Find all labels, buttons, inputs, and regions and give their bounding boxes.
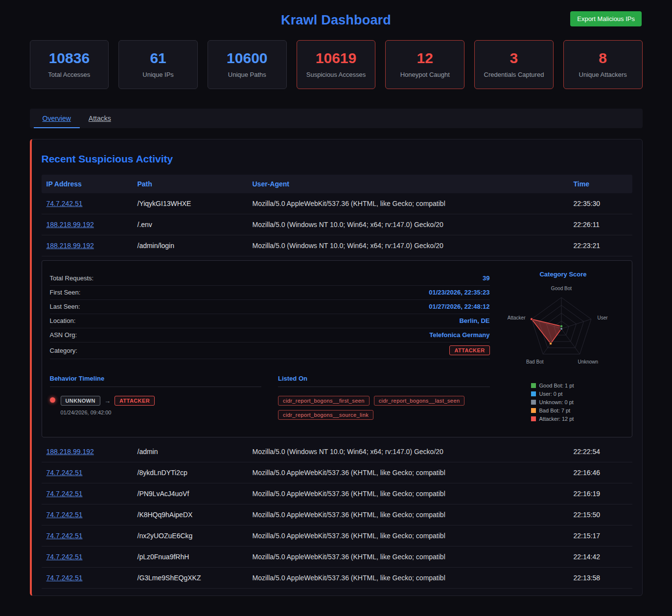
category-score-panel: Category Score Good BotUserUnknownBad Bo…	[503, 269, 624, 424]
timeline-timestamp: 01/24/2026, 09:42:00	[61, 410, 155, 415]
listed-on-badge[interactable]: cidr_report_bogons__last_seen	[374, 396, 465, 406]
table-row[interactable]: 74.7.242.51 /nx2yUOZuE6Ckg Mozilla/5.0 A…	[42, 525, 632, 547]
stat-label: Unique IPs	[123, 71, 193, 78]
legend-label: Unknown: 0 pt	[539, 399, 574, 405]
svg-text:Bad Bot: Bad Bot	[526, 359, 543, 365]
row-ip-link[interactable]: 74.7.242.51	[46, 532, 83, 540]
export-malicious-ips-button[interactable]: Export Malicious IPs	[570, 11, 642, 26]
tabs-bar: Overview Attacks	[30, 109, 643, 128]
legend-label: User: 0 pt	[539, 391, 563, 397]
row-path: /nx2yUOZuE6Ckg	[138, 532, 253, 540]
listed-on-title: Listed On	[278, 375, 490, 382]
stat-card: 61 Unique IPs	[118, 40, 198, 89]
row-time: 22:15:17	[574, 532, 627, 540]
row-path: /admin	[138, 448, 253, 456]
row-ip-link[interactable]: 188.218.99.192	[46, 221, 94, 228]
timeline-to-badge: ATTACKER	[115, 396, 155, 406]
legend-swatch	[531, 416, 536, 421]
legend-swatch	[531, 400, 536, 405]
row-ip-link[interactable]: 74.7.242.51	[46, 200, 83, 207]
row-time: 22:15:50	[574, 511, 627, 519]
column-header-time: Time	[574, 180, 627, 188]
ip-detail-fields: Total Requests: 39 First Seen: 01/23/202…	[50, 272, 490, 342]
legend-item: User: 0 pt	[531, 391, 624, 397]
arrow-right-icon: →	[104, 397, 111, 405]
stat-value: 10600	[212, 50, 282, 67]
column-header-ip: IP Address	[46, 180, 138, 188]
table-header-row: IP Address Path User-Agent Time	[42, 175, 632, 193]
radar-chart: Good BotUserUnknownBad BotAttacker	[503, 279, 620, 377]
legend-item: Bad Bot: 7 pt	[531, 408, 624, 413]
legend-label: Good Bot: 1 pt	[539, 383, 574, 388]
tab-overview[interactable]: Overview	[34, 109, 80, 128]
row-ip-link[interactable]: 188.218.99.192	[46, 242, 94, 250]
legend-label: Bad Bot: 7 pt	[539, 408, 571, 413]
activity-panel: Recent Suspicious Activity IP Address Pa…	[30, 139, 643, 596]
detail-field-label: ASN Org:	[50, 331, 77, 339]
stat-label: Unique Paths	[212, 71, 282, 78]
row-ip-link[interactable]: 74.7.242.51	[46, 469, 83, 477]
row-time: 22:26:11	[574, 221, 627, 228]
row-ip-link[interactable]: 74.7.242.51	[46, 553, 83, 561]
row-user-agent: Mozilla/5.0 AppleWebKit/537.36 (KHTML, l…	[253, 532, 574, 540]
page-title: Krawl Dashboard	[281, 13, 391, 28]
table-row[interactable]: 74.7.242.51 /8ykdLnDYTi2cp Mozilla/5.0 A…	[42, 462, 632, 483]
detail-field-label: Last Seen:	[50, 303, 80, 310]
chart-legend: Good Bot: 1 pt User: 0 pt Unknown: 0 pt …	[531, 383, 624, 422]
page-header: Krawl Dashboard Export Malicious IPs	[0, 0, 672, 40]
stat-label: Credentials Captured	[479, 71, 549, 78]
legend-item: Unknown: 0 pt	[531, 399, 624, 405]
row-path: /PN9LvAcJ4uoVf	[138, 490, 253, 498]
svg-text:Unknown: Unknown	[578, 359, 598, 365]
ip-detail-panel: Total Requests: 39 First Seen: 01/23/202…	[42, 260, 632, 437]
row-ip-link[interactable]: 74.7.242.51	[46, 574, 83, 582]
behavior-timeline-title: Behavior Timeline	[50, 375, 262, 382]
table-row[interactable]: 74.7.242.51 /pLz0Fnua9fRhH Mozilla/5.0 A…	[42, 547, 632, 568]
panel-title: Recent Suspicious Activity	[42, 153, 632, 165]
listed-on-badge[interactable]: cidr_report_bogons__source_link	[278, 410, 373, 420]
stat-value: 8	[568, 50, 638, 67]
table-row[interactable]: 74.7.242.51 /K8HQq9hAipeDX Mozilla/5.0 A…	[42, 504, 632, 525]
chart-title: Category Score	[503, 271, 624, 278]
legend-label: Attacker: 12 pt	[539, 416, 574, 422]
section-divider	[278, 387, 490, 387]
row-ip-link[interactable]: 188.218.99.192	[46, 448, 94, 456]
behavior-timeline-section: Behavior Timeline UNKNOWN → ATTACKER	[50, 375, 262, 420]
table-row[interactable]: 74.7.242.51 /G3Lme9ShEQgXKZ Mozilla/5.0 …	[42, 568, 632, 589]
row-ip-link[interactable]: 74.7.242.51	[46, 511, 83, 519]
listed-on-badge[interactable]: cidr_report_bogons__first_seen	[278, 396, 370, 406]
table-row[interactable]: 74.7.242.51 /PN9LvAcJ4uoVf Mozilla/5.0 A…	[42, 483, 632, 504]
timeline-dot-icon	[50, 397, 55, 403]
detail-field-row: Total Requests: 39	[50, 272, 490, 286]
category-row: Category: ATTACKER	[50, 342, 490, 359]
svg-text:Good Bot: Good Bot	[551, 286, 571, 291]
timeline-from-badge: UNKNOWN	[61, 396, 100, 406]
row-time: 22:23:21	[574, 242, 627, 250]
table-row[interactable]: 188.218.99.192 /.env Mozilla/5.0 (Window…	[42, 214, 632, 235]
detail-field-value: 01/23/2026, 22:35:23	[429, 289, 489, 296]
stat-value: 12	[390, 50, 460, 67]
detail-field-row: Location: Berlin, DE	[50, 314, 490, 328]
row-ip-link[interactable]: 74.7.242.51	[46, 490, 83, 498]
row-path: /.env	[138, 221, 253, 228]
stat-label: Total Accesses	[34, 71, 105, 78]
legend-swatch	[531, 391, 536, 396]
detail-field-row: First Seen: 01/23/2026, 22:35:23	[50, 286, 490, 300]
row-path: /pLz0Fnua9fRhH	[138, 553, 253, 561]
table-row[interactable]: 74.7.242.51 /YiqykGI13WHXE Mozilla/5.0 A…	[42, 193, 632, 214]
row-time: 22:16:46	[574, 469, 627, 477]
tab-attacks[interactable]: Attacks	[80, 109, 120, 128]
row-user-agent: Mozilla/5.0 AppleWebKit/537.36 (KHTML, l…	[253, 490, 574, 498]
table-row[interactable]: 188.218.99.192 /admin/login Mozilla/5.0 …	[42, 235, 632, 256]
stat-card: 10836 Total Accesses	[30, 40, 109, 89]
row-path: /G3Lme9ShEQgXKZ	[138, 574, 253, 582]
table-row[interactable]: 188.218.99.192 /admin Mozilla/5.0 (Windo…	[42, 441, 632, 462]
stats-row: 10836 Total Accesses 61 Unique IPs 10600…	[30, 40, 643, 89]
category-badge: ATTACKER	[449, 345, 489, 355]
detail-field-row: ASN Org: Telefonica Germany	[50, 328, 490, 342]
row-path: /admin/login	[138, 242, 253, 250]
row-path: /YiqykGI13WHXE	[138, 200, 253, 207]
detail-sections: Behavior Timeline UNKNOWN → ATTACKER	[50, 375, 490, 420]
ip-detail-left: Total Requests: 39 First Seen: 01/23/202…	[50, 269, 490, 424]
stat-card: 8 Unique Attackers	[563, 40, 643, 89]
